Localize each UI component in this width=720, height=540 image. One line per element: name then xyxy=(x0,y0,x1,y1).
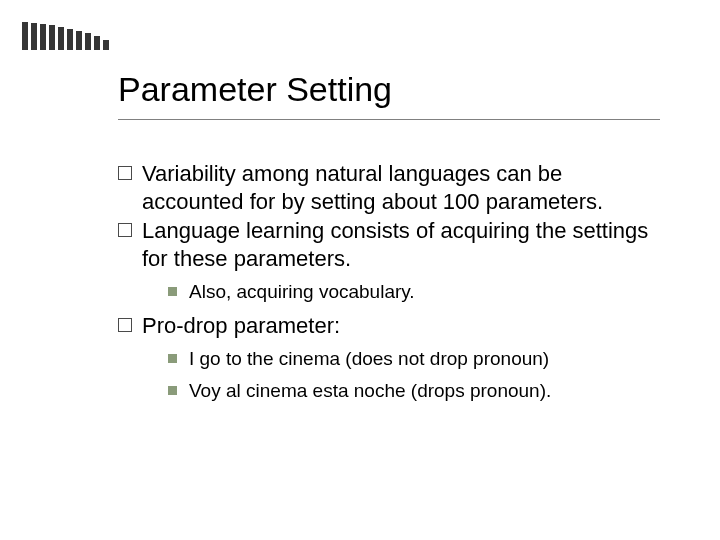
square-bullet-icon xyxy=(118,318,132,332)
bullet-3-text: Pro-drop parameter: xyxy=(142,312,340,340)
bullet-3-sub-2-text: Voy al cinema esta noche (drops pronoun)… xyxy=(189,379,551,403)
bullet-2-text: Language learning consists of acquiring … xyxy=(142,217,660,272)
bullet-3: Pro-drop parameter: xyxy=(118,312,660,340)
square-subbullet-icon xyxy=(168,386,177,395)
decorative-bars xyxy=(22,22,109,50)
square-bullet-icon xyxy=(118,166,132,180)
bullet-3-sub-1: I go to the cinema (does not drop pronou… xyxy=(168,347,660,371)
bullet-2-sub-1-text: Also, acquiring vocabulary. xyxy=(189,280,415,304)
bullet-1: Variability among natural languages can … xyxy=(118,160,660,215)
slide-content: Variability among natural languages can … xyxy=(118,160,660,403)
square-subbullet-icon xyxy=(168,287,177,296)
square-subbullet-icon xyxy=(168,354,177,363)
slide-title: Parameter Setting xyxy=(118,70,660,109)
slide: Parameter Setting Variability among natu… xyxy=(0,0,720,540)
title-divider xyxy=(118,119,660,120)
bullet-2: Language learning consists of acquiring … xyxy=(118,217,660,272)
bullet-1-text: Variability among natural languages can … xyxy=(142,160,660,215)
bullet-3-sub-1-text: I go to the cinema (does not drop pronou… xyxy=(189,347,549,371)
bullet-2-sub-1: Also, acquiring vocabulary. xyxy=(168,280,660,304)
bullet-3-sub-2: Voy al cinema esta noche (drops pronoun)… xyxy=(168,379,660,403)
square-bullet-icon xyxy=(118,223,132,237)
